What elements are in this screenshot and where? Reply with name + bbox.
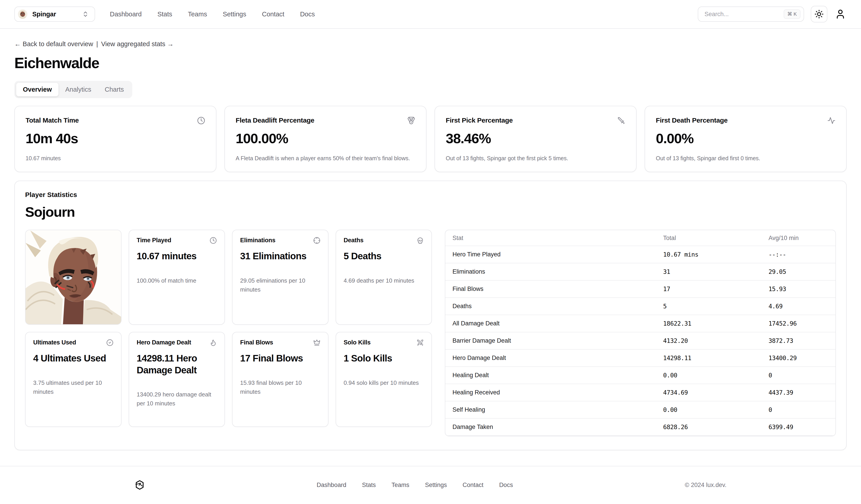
footer-nav-stats[interactable]: Stats — [362, 481, 376, 489]
player-name: Spingar — [32, 11, 77, 18]
stat-total: 5 — [656, 298, 762, 315]
activity-icon — [828, 116, 835, 125]
table-row: Deaths54.69 — [445, 298, 835, 315]
stat-avg: 4.69 — [761, 298, 835, 315]
sun-icon — [815, 10, 824, 19]
stat-avg: 3872.73 — [761, 332, 835, 349]
search-box[interactable]: ⌘ K — [698, 6, 804, 22]
footer-nav-dashboard[interactable]: Dashboard — [317, 481, 346, 489]
nav-item-teams[interactable]: Teams — [188, 11, 207, 18]
stat-total: 10.67 mins — [656, 246, 762, 263]
stat-avg: --:-- — [761, 246, 835, 263]
stat-label: Damage Taken — [445, 418, 656, 436]
stat-total: 31 — [656, 263, 762, 280]
table-row: Healing Received4734.694437.39 — [445, 384, 835, 401]
card-value: 5 Deaths — [344, 250, 424, 262]
crosshair-icon — [313, 237, 320, 244]
crown-icon — [313, 339, 320, 346]
search-shortcut-badge: ⌘ K — [784, 10, 801, 19]
circle-check-icon — [106, 339, 113, 346]
stat-label: Self Healing — [445, 401, 656, 418]
stat-avg: 13400.29 — [761, 349, 835, 367]
nav-item-docs[interactable]: Docs — [300, 11, 315, 18]
stat-label: Hero Damage Dealt — [445, 349, 656, 367]
user-icon — [835, 9, 846, 19]
card-value: 31 Eliminations — [240, 250, 320, 262]
theme-toggle-button[interactable] — [811, 6, 828, 23]
stat-avg: 0 — [761, 436, 835, 436]
stat-label: Barrier Damage Dealt — [445, 332, 656, 349]
stat-total: 0.00 — [656, 401, 762, 418]
deaths-card: Deaths 5 Deaths 4.69 deaths per 10 minut… — [336, 230, 432, 325]
sword-icon — [617, 116, 625, 125]
stats-table: Stat Total Avg/10 min Hero Time Played10… — [445, 230, 835, 436]
stat-total: 0.00 — [656, 367, 762, 384]
table-row: Damage Taken6828.266399.49 — [445, 418, 835, 436]
hero-name: Sojourn — [25, 204, 836, 220]
footer-nav-docs[interactable]: Docs — [499, 481, 513, 489]
stat-total: 14298.11 — [656, 349, 762, 367]
col-header-total: Total — [656, 230, 762, 246]
stat-avg: 15.93 — [761, 280, 835, 298]
table-row: Hero Time Played10.67 mins--:-- — [445, 246, 835, 263]
footer-nav: Dashboard Stats Teams Settings Contact D… — [317, 481, 513, 489]
total-match-time-card: Total Match Time 10m 40s 10.67 minutes — [14, 106, 216, 172]
stat-avg: 0 — [761, 367, 835, 384]
table-row: All Damage Dealt18622.3117452.96 — [445, 315, 835, 332]
sojourn-portrait — [26, 230, 121, 324]
solo-kills-card: Solo Kills 1 Solo Kills 0.94 solo kills … — [336, 332, 432, 427]
stat-avg: 4437.39 — [761, 384, 835, 401]
hero-stat-grid: Time Played 10.67 minutes 100.00% of mat… — [25, 230, 432, 427]
flame-icon — [210, 339, 217, 346]
hero-portrait-card — [25, 230, 122, 325]
table-row: Barrier Damage Dealt4132.203872.73 — [445, 332, 835, 349]
card-title: Time Played — [137, 237, 171, 244]
stat-avg: 29.05 — [761, 263, 835, 280]
table-row: Hero Damage Dealt14298.1113400.29 — [445, 349, 835, 367]
footer-nav-settings[interactable]: Settings — [425, 481, 447, 489]
card-value: 38.46% — [446, 130, 625, 146]
card-value: 10m 40s — [26, 130, 205, 146]
view-aggregated-stats-link[interactable]: View aggregated stats → — [101, 40, 174, 48]
card-title: Total Match Time — [26, 116, 79, 124]
nav-item-settings[interactable]: Settings — [223, 11, 246, 18]
card-value: 1 Solo Kills — [344, 352, 424, 364]
table-header-row: Stat Total Avg/10 min — [445, 230, 835, 246]
card-description: 29.05 eliminations per 10 minutes — [240, 276, 320, 294]
tab-analytics[interactable]: Analytics — [58, 83, 98, 96]
footer-nav-teams[interactable]: Teams — [392, 481, 409, 489]
user-menu-button[interactable] — [834, 8, 847, 20]
search-input[interactable] — [705, 11, 780, 18]
breadcrumb: ← Back to default overview | View aggreg… — [14, 40, 847, 48]
player-selector[interactable]: Spingar — [14, 6, 95, 22]
footer-nav-contact[interactable]: Contact — [463, 481, 483, 489]
final-blows-card: Final Blows 17 Final Blows 15.93 final b… — [232, 332, 328, 427]
card-description: 13400.29 hero damage dealt per 10 minute… — [137, 390, 217, 408]
nav-item-contact[interactable]: Contact — [262, 11, 284, 18]
main-nav: Dashboard Stats Teams Settings Contact D… — [110, 11, 315, 18]
page-title: Eichenwalde — [14, 54, 847, 71]
nav-item-dashboard[interactable]: Dashboard — [110, 11, 142, 18]
section-title: Player Statistics — [25, 191, 836, 198]
chevrons-up-down-icon — [82, 11, 89, 17]
first-death-card: First Death Percentage 0.00% Out of 13 f… — [645, 106, 847, 172]
card-value: 14298.11 Hero Damage Dealt — [137, 352, 217, 376]
tab-charts[interactable]: Charts — [98, 83, 131, 96]
breadcrumb-separator: | — [96, 40, 98, 48]
col-header-avg: Avg/10 min — [761, 230, 835, 246]
stat-label: Final Blows — [445, 280, 656, 298]
card-title: Deaths — [344, 237, 364, 244]
card-title: Fleta Deadlift Percentage — [236, 116, 314, 124]
stat-avg: 6399.49 — [761, 418, 835, 436]
topbar-right: ⌘ K — [698, 6, 847, 23]
tab-overview[interactable]: Overview — [16, 83, 58, 96]
clock-icon — [197, 116, 205, 125]
stat-label: Deaths — [445, 298, 656, 315]
back-to-overview-link[interactable]: ← Back to default overview — [14, 40, 93, 48]
copyright: © 2024 lux.dev. — [685, 481, 726, 489]
stat-avg: 17452.96 — [761, 315, 835, 332]
card-title: Final Blows — [240, 339, 273, 346]
card-value: 0.00% — [656, 130, 835, 146]
nav-item-stats[interactable]: Stats — [158, 11, 172, 18]
medal-icon — [407, 116, 415, 125]
